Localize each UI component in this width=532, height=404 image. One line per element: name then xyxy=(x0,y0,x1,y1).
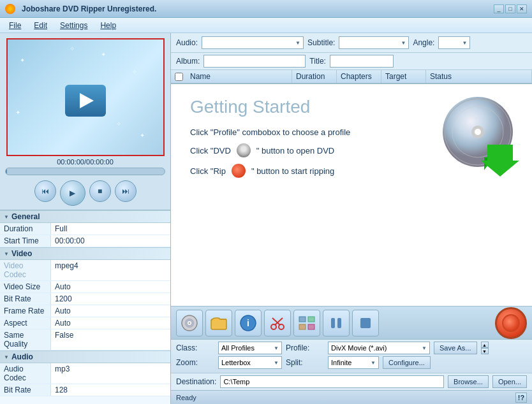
effect-button[interactable] xyxy=(293,310,320,336)
stop-icon xyxy=(357,314,374,332)
album-input[interactable] xyxy=(203,55,306,68)
info-icon: i xyxy=(239,314,257,332)
logo-icon xyxy=(5,4,15,14)
menu-file[interactable]: File xyxy=(3,20,27,31)
maximize-button[interactable]: □ xyxy=(505,4,515,13)
profile-combo-arrow: ▼ xyxy=(422,345,427,351)
sparkle: ✦ xyxy=(140,132,145,139)
save-as-down[interactable]: ▼ xyxy=(481,348,489,354)
check-all-checkbox[interactable] xyxy=(175,73,183,81)
destination-row: Destination: Browse... Open... xyxy=(171,373,532,390)
videosize-label: Video Size xyxy=(0,281,51,292)
progress-bar-container[interactable] xyxy=(5,168,165,175)
svg-rect-21 xyxy=(308,324,314,329)
subtitle-field-label: Subtitle: xyxy=(307,38,335,47)
zoom-combo[interactable]: Letterbox ▼ xyxy=(218,356,282,369)
zoom-combo-value: Letterbox xyxy=(221,359,251,366)
prop-row-videocodec: Video Codec mpeg4 xyxy=(0,260,170,281)
sparkle: ✧ xyxy=(70,45,75,52)
aspect-value: Auto xyxy=(51,317,170,329)
zoom-label: Zoom: xyxy=(176,358,214,367)
profile-combo[interactable]: DivX Movie (*.avi) ▼ xyxy=(328,342,430,354)
save-as-up[interactable]: ▲ xyxy=(481,342,489,348)
dvd-graphic xyxy=(436,97,519,180)
progress-bar xyxy=(6,168,7,175)
gs-step1-text: Click "Profile" combobox to choose a pro… xyxy=(190,127,350,137)
col-duration: Duration xyxy=(292,70,337,83)
rip-button[interactable] xyxy=(495,307,527,339)
videocodec-label: Video Codec xyxy=(0,260,51,280)
list-check-all[interactable] xyxy=(171,71,186,83)
class-combo[interactable]: All Profiles ▼ xyxy=(218,342,282,354)
pause-icon xyxy=(327,314,345,332)
svg-rect-18 xyxy=(299,317,306,322)
audiobitrate-label: Bit Rate xyxy=(0,384,51,396)
rip-icon xyxy=(502,314,520,332)
prop-row-framerate: Frame Rate Auto xyxy=(0,305,170,317)
properties-panel: ▼ General Duration Full Start Time 00:00… xyxy=(0,210,170,404)
configure-button[interactable]: Configure... xyxy=(383,356,431,369)
menu-edit[interactable]: Edit xyxy=(27,20,54,31)
prop-row-duration: Duration Full xyxy=(0,223,170,235)
left-panel: ✦ ✦ ✧ ✦ ✧ ✦ ✧ 00:00:00/00:00:00 ⏮ ▶ ■ ⏭ xyxy=(0,33,171,404)
titlebar-title: Joboshare DVD Ripper Unregistered. xyxy=(5,4,156,14)
rip-icon xyxy=(232,164,246,178)
save-as-button[interactable]: Save As... xyxy=(434,342,477,354)
subtitle-combo-arrow: ▼ xyxy=(401,40,406,46)
open-dvd-button[interactable] xyxy=(176,310,203,336)
svg-rect-11 xyxy=(211,319,226,329)
svg-rect-24 xyxy=(360,318,371,328)
audio-field-label: Audio: xyxy=(176,38,198,47)
svg-rect-20 xyxy=(299,324,306,329)
destination-input[interactable] xyxy=(220,375,444,388)
menu-settings[interactable]: Settings xyxy=(54,20,94,31)
forward-button[interactable]: ⏭ xyxy=(115,180,137,202)
title-input[interactable] xyxy=(330,55,394,68)
help-button[interactable]: !? xyxy=(515,393,527,403)
bottom-toolbar: i xyxy=(171,306,532,339)
play-button[interactable]: ▶ xyxy=(60,180,85,206)
collapse-icon: ▼ xyxy=(4,251,9,257)
prop-row-audiocodec: Audio Codec mp3 xyxy=(0,363,170,384)
samequality-label: Same Quality xyxy=(0,329,51,350)
sparkle: ✦ xyxy=(20,57,25,64)
open-folder-button[interactable] xyxy=(205,310,232,336)
class-combo-arrow: ▼ xyxy=(274,345,279,351)
save-as-split: ▲ ▼ xyxy=(481,342,489,354)
open-dvd-icon xyxy=(181,314,198,332)
open-button[interactable]: Open... xyxy=(492,375,527,388)
title-text: Joboshare DVD Ripper Unregistered. xyxy=(22,4,156,13)
bottom-settings: Class: All Profiles ▼ Profile: DivX Movi… xyxy=(171,339,532,373)
col-name: Name xyxy=(186,70,292,83)
info-button[interactable]: i xyxy=(235,310,262,336)
split-combo[interactable]: Infinite ▼ xyxy=(328,356,379,369)
rewind-button[interactable]: ⏮ xyxy=(34,180,56,202)
menu-help[interactable]: Help xyxy=(94,20,122,31)
browse-button[interactable]: Browse... xyxy=(448,375,489,388)
stop-rip-button[interactable] xyxy=(352,310,379,336)
gs-step2-prefix: Click "DVD xyxy=(190,146,231,155)
sparkle: ✦ xyxy=(15,109,20,116)
gs-step2-suffix: " button to open DVD xyxy=(256,146,334,155)
starttime-value: 00:00:00 xyxy=(51,235,170,247)
close-button[interactable]: ✕ xyxy=(517,4,527,13)
bitrate-label: Bit Rate xyxy=(0,293,51,305)
bitrate-value: 1200 xyxy=(51,293,170,305)
audio-combo-arrow: ▼ xyxy=(295,40,300,46)
svg-rect-19 xyxy=(308,317,314,322)
sparkle: ✧ xyxy=(116,120,121,127)
gs-step3-prefix: Click "Rip xyxy=(190,166,226,176)
scissors-icon xyxy=(269,314,286,332)
framerate-label: Frame Rate xyxy=(0,305,51,317)
subtitle-combo[interactable]: ▼ xyxy=(339,36,409,49)
destination-label: Destination: xyxy=(176,377,216,386)
minimize-button[interactable]: _ xyxy=(494,4,504,13)
duration-value: Full xyxy=(51,223,170,234)
stop-button[interactable]: ■ xyxy=(89,180,111,202)
angle-combo[interactable]: ▼ xyxy=(438,36,470,49)
prop-row-aspect: Aspect Auto xyxy=(0,317,170,329)
cut-button[interactable] xyxy=(264,310,291,336)
audio-combo[interactable]: ▼ xyxy=(202,36,304,49)
pause-button[interactable] xyxy=(323,310,350,336)
gs-step3-suffix: " button to start ripping xyxy=(251,166,334,176)
